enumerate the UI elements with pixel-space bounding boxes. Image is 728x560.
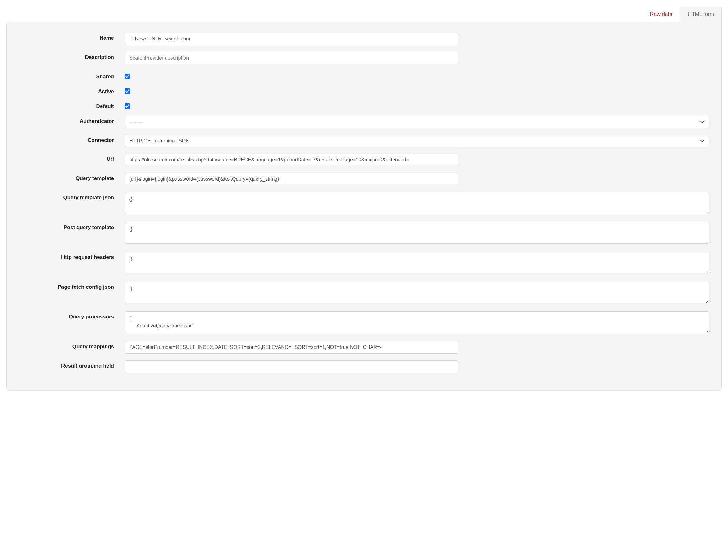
authenticator-label: Authenticator xyxy=(19,116,125,125)
description-input[interactable] xyxy=(125,52,458,64)
connector-select[interactable]: HTTP/GET returning JSON xyxy=(125,135,709,147)
query-processors-textarea[interactable] xyxy=(125,311,709,333)
active-label: Active xyxy=(19,86,125,95)
tabs: Raw data HTML form xyxy=(6,6,722,22)
result-grouping-field-label: Result grouping field xyxy=(19,360,125,369)
query-template-json-label: Query template json xyxy=(19,192,125,201)
query-mappings-label: Query mappings xyxy=(19,341,125,350)
active-checkbox[interactable] xyxy=(125,89,130,94)
description-label: Description xyxy=(19,52,125,61)
http-request-headers-textarea[interactable] xyxy=(125,252,709,274)
query-mappings-input[interactable] xyxy=(125,341,458,353)
name-input[interactable] xyxy=(125,33,458,45)
shared-label: Shared xyxy=(19,71,125,80)
default-label: Default xyxy=(19,101,125,110)
query-template-json-textarea[interactable] xyxy=(125,192,709,214)
post-query-template-textarea[interactable] xyxy=(125,222,709,244)
name-label: Name xyxy=(19,33,125,41)
tab-raw-data[interactable]: Raw data xyxy=(642,7,680,22)
http-request-headers-label: Http request headers xyxy=(19,252,125,261)
authenticator-select[interactable]: -------- xyxy=(125,116,709,128)
result-grouping-field-input[interactable] xyxy=(125,360,458,373)
query-processors-label: Query processors xyxy=(19,311,125,320)
shared-checkbox[interactable] xyxy=(125,74,130,79)
page-fetch-config-json-label: Page fetch config json xyxy=(19,281,125,290)
url-label: Url xyxy=(19,154,125,162)
post-query-template-label: Post query template xyxy=(19,222,125,231)
query-template-label: Query template xyxy=(19,173,125,182)
default-checkbox[interactable] xyxy=(125,103,130,109)
page-fetch-config-json-textarea[interactable] xyxy=(125,281,709,303)
form-panel: Name Description Shared Active Default xyxy=(6,22,722,390)
tab-html-form[interactable]: HTML form xyxy=(680,7,722,22)
query-template-input[interactable] xyxy=(125,173,458,185)
url-input[interactable] xyxy=(125,154,458,166)
connector-label: Connector xyxy=(19,135,125,143)
